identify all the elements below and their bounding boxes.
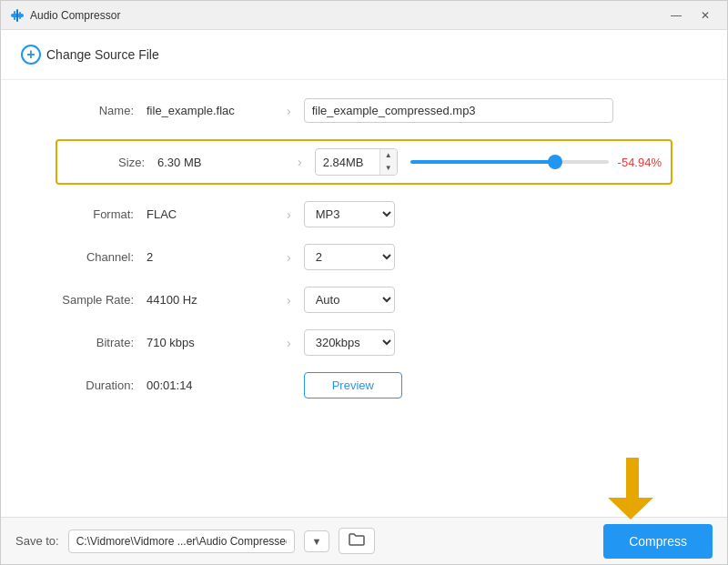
samplerate-source-value: 44100 Hz	[147, 293, 274, 307]
bitrate-select[interactable]: 64kbps 128kbps 192kbps 256kbps 320kbps	[304, 329, 395, 356]
format-label: Format:	[56, 207, 147, 221]
change-source-button[interactable]: + Change Source File	[15, 41, 165, 68]
duration-row: Duration: 00:01:14 › Preview	[56, 372, 672, 399]
save-path-input[interactable]	[68, 530, 295, 553]
channel-label: Channel:	[56, 250, 147, 264]
samplerate-select[interactable]: Auto 8000 Hz 11025 Hz 16000 Hz 22050 Hz …	[304, 287, 395, 313]
compress-button[interactable]: Compress	[603, 524, 713, 559]
size-slider[interactable]	[410, 160, 609, 164]
format-source-value: FLAC	[147, 207, 274, 221]
title-bar-left: Audio Compressor	[10, 8, 120, 23]
format-target-container: MP3 AAC FLAC WAV OGG	[304, 201, 672, 227]
format-arrow-icon: ›	[287, 207, 291, 222]
svg-rect-2	[16, 9, 18, 22]
svg-marker-5	[608, 498, 653, 520]
samplerate-target-container: Auto 8000 Hz 11025 Hz 16000 Hz 22050 Hz …	[304, 287, 672, 313]
samplerate-arrow-icon: ›	[287, 293, 291, 308]
name-arrow-icon: ›	[287, 104, 291, 118]
channel-row: Channel: 2 › 1 2 Auto	[56, 244, 672, 270]
duration-value: 00:01:14	[147, 378, 274, 392]
minimize-button[interactable]: —	[663, 5, 689, 25]
duration-target-container: Preview	[304, 372, 672, 399]
channel-select[interactable]: 1 2 Auto	[304, 244, 395, 270]
channel-target-container: 1 2 Auto	[304, 244, 672, 270]
change-source-label: Change Source File	[46, 47, 159, 62]
preview-button[interactable]: Preview	[304, 372, 402, 399]
channel-source-value: 2	[147, 250, 274, 264]
duration-label: Duration:	[56, 378, 147, 392]
name-label: Name:	[56, 104, 147, 117]
yellow-arrow-container	[603, 458, 658, 524]
svg-rect-1	[14, 11, 15, 20]
size-arrow-icon: ›	[298, 155, 302, 169]
save-folder-button[interactable]	[339, 528, 375, 554]
name-row: Name: file_example.flac ›	[56, 98, 672, 123]
compress-section: Compress	[603, 524, 713, 559]
title-bar-controls: — ✕	[663, 5, 718, 25]
toolbar: + Change Source File	[1, 30, 727, 80]
bitrate-row: Bitrate: 710 kbps › 64kbps 128kbps 192kb…	[56, 329, 672, 356]
spinner-down-button[interactable]: ▼	[380, 162, 397, 175]
close-button[interactable]: ✕	[693, 5, 718, 25]
size-row-highlighted: Size: 6.30 MB › ▲ ▼ -54.94%	[56, 139, 672, 185]
app-icon	[10, 8, 25, 23]
yellow-arrow-svg	[603, 458, 658, 521]
spinner-up-button[interactable]: ▲	[380, 149, 397, 162]
size-source-value: 6.30 MB	[157, 156, 285, 169]
format-select[interactable]: MP3 AAC FLAC WAV OGG	[304, 201, 395, 227]
size-slider-container: -54.94%	[410, 156, 662, 169]
size-input-wrapper: ▲ ▼	[315, 148, 398, 176]
svg-rect-3	[19, 12, 21, 19]
folder-icon	[349, 533, 365, 546]
size-input[interactable]	[316, 151, 379, 174]
samplerate-row: Sample Rate: 44100 Hz › Auto 8000 Hz 110…	[56, 287, 672, 313]
size-label: Size:	[66, 156, 157, 169]
size-spinner: ▲ ▼	[379, 149, 397, 175]
bitrate-source-value: 710 kbps	[147, 336, 274, 349]
samplerate-label: Sample Rate:	[56, 293, 147, 307]
main-window: Audio Compressor — ✕ + Change Source Fil…	[0, 0, 728, 565]
window-title: Audio Compressor	[30, 9, 120, 22]
svg-rect-4	[626, 458, 639, 498]
save-path-dropdown-button[interactable]: ▼	[304, 530, 330, 552]
size-percent-label: -54.94%	[618, 156, 662, 169]
add-circle-icon: +	[21, 45, 41, 65]
title-bar: Audio Compressor — ✕	[1, 1, 727, 30]
name-target-container	[304, 98, 672, 123]
name-target-input[interactable]	[304, 98, 613, 123]
save-to-label: Save to:	[15, 534, 59, 548]
content-area: Name: file_example.flac › Size: 6.30 MB …	[1, 80, 727, 517]
bottom-bar: Save to: ▼ Compress	[1, 517, 727, 564]
name-source-value: file_example.flac	[147, 104, 274, 117]
bitrate-arrow-icon: ›	[287, 336, 291, 350]
bitrate-target-container: 64kbps 128kbps 192kbps 256kbps 320kbps	[304, 329, 672, 356]
bitrate-label: Bitrate:	[56, 336, 147, 349]
size-target-container: ▲ ▼ -54.94%	[315, 148, 662, 176]
channel-arrow-icon: ›	[287, 250, 291, 265]
format-row: Format: FLAC › MP3 AAC FLAC WAV OGG	[56, 201, 672, 227]
